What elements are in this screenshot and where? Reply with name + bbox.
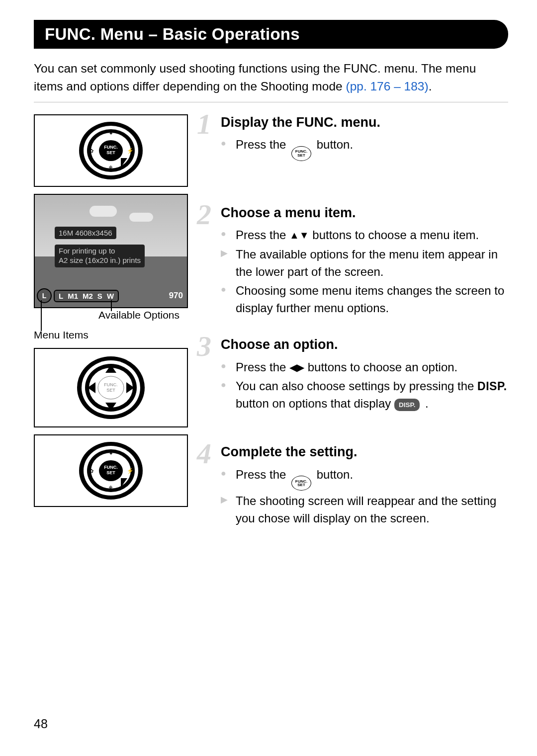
screen-size-circle: L — [37, 288, 52, 303]
disp-pill-icon: DISP. — [394, 399, 420, 411]
intro-text: You can set commonly used shooting funct… — [34, 60, 508, 95]
figure-dial-updown: FUNC. SET — [34, 348, 188, 427]
step-3: 3 Choose an option. Press the ◀▶ buttons… — [199, 336, 508, 412]
step-number: 2 — [197, 198, 211, 231]
svg-text:🗑: 🗑 — [108, 485, 113, 491]
step-1: 1 Display the FUNC. menu. Press the FUNC… — [199, 114, 508, 161]
svg-text:✦: ✦ — [109, 131, 113, 136]
caption-menu-items: Menu Items — [34, 329, 89, 341]
step-4: 4 Complete the setting. Press the FUNC.S… — [199, 444, 508, 527]
step-body: Press the ◀▶ buttons to choose an option… — [221, 359, 508, 413]
step-number: 4 — [197, 437, 211, 470]
svg-text:FUNC.: FUNC. — [104, 145, 118, 150]
screen-size-options: L M1 M2 S W — [54, 290, 119, 302]
step-number: 1 — [197, 107, 211, 141]
step-item: Press the ◀▶ buttons to choose an option… — [221, 359, 508, 376]
step-item: Choosing some menu items changes the scr… — [221, 282, 508, 317]
step-number: 3 — [197, 330, 211, 363]
page-number: 48 — [34, 717, 48, 731]
step-body: Press the FUNC.SET button. The shooting … — [221, 466, 508, 527]
svg-text:FUNC.: FUNC. — [104, 465, 118, 470]
step-item: The shooting screen will reappear and th… — [221, 493, 508, 527]
svg-text:SET: SET — [106, 388, 115, 393]
step-body: Press the ▲▼ buttons to choose a menu it… — [221, 227, 508, 317]
intro-period: . — [429, 80, 432, 93]
step-title: Choose an option. — [221, 336, 508, 352]
step-2: 2 Choose a menu item. Press the ▲▼ butto… — [199, 205, 508, 317]
svg-text:🗑: 🗑 — [108, 165, 113, 170]
left-column: FUNC. SET ✦ 🗑 ✿ ⚡ 16M 4608x3456 For prin… — [34, 114, 188, 529]
svg-text:SET: SET — [106, 470, 115, 475]
svg-text:✦: ✦ — [109, 451, 113, 456]
right-column: 1 Display the FUNC. menu. Press the FUNC… — [199, 114, 508, 529]
svg-text:SET: SET — [106, 150, 115, 155]
step-item: The available options for the menu item … — [221, 246, 508, 280]
caption-available-options: Available Options — [98, 309, 179, 321]
screen-print-label: For printing up to A2 size (16x20 in.) p… — [55, 245, 145, 267]
screen-shots-remaining: 970 — [169, 291, 185, 301]
svg-text:FUNC.: FUNC. — [104, 382, 118, 387]
screen-resolution-label: 16M 4608x3456 — [55, 227, 116, 239]
up-down-arrows-icon: ▲▼ — [289, 230, 309, 241]
control-dial-icon: FUNC. SET ✦ 🗑 ✿ ⚡ — [74, 438, 148, 503]
disp-text-icon: DISP. — [477, 380, 507, 393]
step-title: Choose a menu item. — [221, 205, 508, 221]
step-title: Complete the setting. — [221, 444, 508, 460]
content-columns: FUNC. SET ✦ 🗑 ✿ ⚡ 16M 4608x3456 For prin… — [34, 114, 508, 529]
step-body: Press the FUNC.SET button. — [221, 136, 508, 161]
divider — [34, 102, 508, 102]
figure-dial-funcset-2: FUNC. SET ✦ 🗑 ✿ ⚡ — [34, 434, 188, 507]
control-dial-updown-icon: FUNC. SET — [73, 352, 150, 424]
figure-dial-funcset: FUNC. SET ✦ 🗑 ✿ ⚡ — [34, 114, 188, 187]
svg-text:⚡: ⚡ — [127, 147, 134, 154]
step-item: Press the ▲▼ buttons to choose a menu it… — [221, 227, 508, 244]
step-item: Press the FUNC.SET button. — [221, 136, 508, 161]
svg-text:⚡: ⚡ — [127, 467, 134, 474]
page-title: FUNC. Menu – Basic Operations — [34, 20, 508, 49]
left-right-arrows-icon: ◀▶ — [289, 362, 304, 373]
svg-text:✿: ✿ — [90, 468, 93, 474]
func-set-icon: FUNC.SET — [291, 146, 311, 161]
step-title: Display the FUNC. menu. — [221, 114, 508, 130]
func-set-icon: FUNC.SET — [291, 476, 311, 491]
page-ref-link[interactable]: (pp. 176 – 183) — [346, 80, 428, 93]
svg-text:✿: ✿ — [90, 148, 93, 154]
control-dial-icon: FUNC. SET ✦ 🗑 ✿ ⚡ — [74, 118, 148, 183]
figure-camera-screen: 16M 4608x3456 For printing up to A2 size… — [34, 194, 188, 308]
step-item: Press the FUNC.SET button. — [221, 466, 508, 491]
figure-captions: Available Options Menu Items — [34, 308, 188, 344]
step-item: You can also choose settings by pressing… — [221, 378, 508, 412]
